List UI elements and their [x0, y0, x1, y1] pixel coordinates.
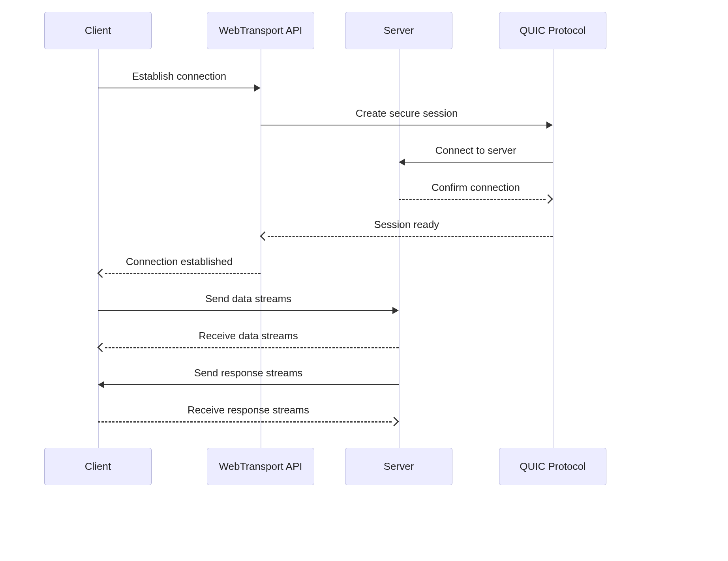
lifeline-quic: [553, 49, 554, 448]
actor-label: WebTransport API: [219, 460, 302, 473]
message-arrow-dashed: [105, 273, 261, 274]
actor-label: QUIC Protocol: [520, 24, 586, 37]
actor-client-bottom: Client: [44, 448, 152, 485]
arrowhead-icon: [399, 159, 405, 166]
arrowhead-icon: [543, 194, 553, 204]
actor-label: Client: [85, 24, 111, 37]
sequence-diagram: Client WebTransport API Server QUIC Prot…: [0, 0, 728, 561]
message-label: Connect to server: [399, 144, 553, 157]
message-arrow: [405, 162, 553, 163]
arrowhead-icon: [392, 307, 399, 314]
actor-quic-top: QUIC Protocol: [499, 12, 606, 49]
message-label: Create secure session: [261, 107, 553, 120]
message-label: Receive data streams: [98, 330, 399, 342]
actor-client-top: Client: [44, 12, 152, 49]
message-arrow-dashed: [105, 347, 399, 348]
message-arrow-dashed: [98, 421, 392, 423]
message-arrow: [98, 310, 392, 311]
message-label: Send response streams: [98, 367, 399, 379]
message-label: Confirm connection: [399, 181, 553, 194]
arrowhead-icon: [389, 417, 399, 426]
actor-quic-bottom: QUIC Protocol: [499, 448, 606, 485]
actor-api-top: WebTransport API: [207, 12, 314, 49]
actor-server-bottom: Server: [345, 448, 452, 485]
arrowhead-icon: [97, 342, 107, 352]
actor-label: QUIC Protocol: [520, 460, 586, 473]
message-label: Session ready: [261, 219, 553, 231]
actor-label: Server: [384, 460, 414, 473]
message-arrow-dashed: [399, 199, 546, 200]
actor-label: Client: [85, 460, 111, 473]
arrowhead-icon: [97, 268, 107, 278]
arrowhead-icon: [98, 381, 104, 388]
message-label: Receive response streams: [98, 404, 399, 416]
arrowhead-icon: [254, 84, 261, 92]
message-label: Send data streams: [98, 293, 399, 305]
arrowhead-icon: [546, 122, 553, 129]
actor-server-top: Server: [345, 12, 452, 49]
message-arrow: [98, 88, 254, 88]
message-label: Establish connection: [98, 70, 261, 82]
actor-label: WebTransport API: [219, 24, 302, 37]
actor-label: Server: [384, 24, 414, 37]
actor-api-bottom: WebTransport API: [207, 448, 314, 485]
arrowhead-icon: [260, 231, 269, 241]
message-arrow: [104, 384, 399, 385]
message-arrow: [261, 125, 546, 125]
message-arrow-dashed: [268, 236, 553, 237]
message-label: Connection established: [98, 256, 261, 268]
